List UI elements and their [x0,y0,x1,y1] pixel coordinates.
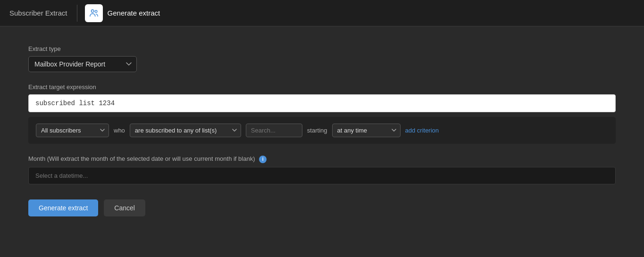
add-criterion-link[interactable]: add criterion [405,127,439,134]
month-label: Month (Will extract the month of the sel… [28,155,616,163]
cancel-button[interactable]: Cancel [104,199,145,216]
page-title: Generate extract [108,9,160,17]
nav-title: Subscriber Extract [9,9,67,17]
footer-buttons: Generate extract Cancel [28,199,616,216]
starting-label: starting [307,127,327,134]
condition-select[interactable]: are subscribed to any of list(s) are not… [130,124,241,137]
header: Subscriber Extract Generate extract [0,0,644,26]
criteria-search-input[interactable] [246,124,302,137]
time-select[interactable]: at any time in the last 30 days in the l… [332,124,401,137]
generate-extract-button[interactable]: Generate extract [28,199,98,216]
datetime-input[interactable] [28,167,616,184]
target-expression-label: Extract target expression [28,83,616,91]
users-icon [89,8,99,18]
extract-type-select[interactable]: Mailbox Provider Report Subscriber List … [28,56,137,72]
target-expression-input[interactable] [28,94,616,112]
extract-type-label: Extract type [28,45,616,52]
svg-point-0 [91,9,94,12]
svg-point-1 [95,10,97,13]
who-label: who [114,127,125,134]
extract-type-section: Extract type Mailbox Provider Report Sub… [28,45,616,72]
main-content: Extract type Mailbox Provider Report Sub… [0,26,644,235]
users-icon-wrapper [85,4,103,22]
criteria-row: All subscribers Active subscribers Inact… [28,117,616,144]
header-divider [77,5,77,22]
month-section: Month (Will extract the month of the sel… [28,155,616,184]
subscriber-select[interactable]: All subscribers Active subscribers Inact… [36,124,109,137]
target-expression-section: Extract target expression All subscriber… [28,83,616,144]
info-icon: i [259,156,267,163]
